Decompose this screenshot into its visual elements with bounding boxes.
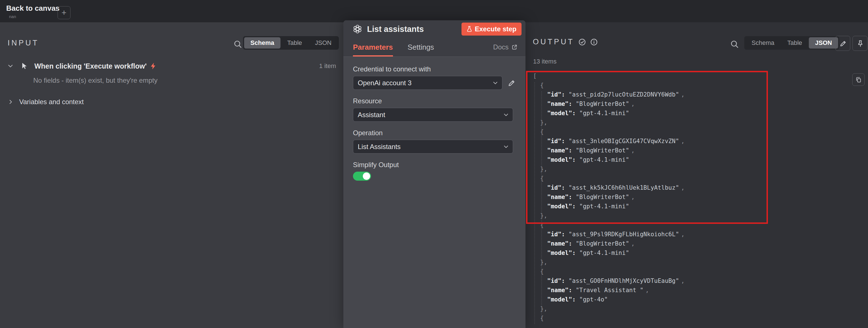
simplify-output-toggle[interactable] <box>353 172 371 181</box>
search-icon[interactable] <box>730 40 739 48</box>
back-to-canvas-button[interactable]: Back to canvas <box>6 4 60 13</box>
flask-icon <box>467 26 472 32</box>
credential-select[interactable]: OpenAi account 3 <box>353 76 502 90</box>
input-tab-json[interactable]: JSON <box>309 37 338 49</box>
json-line: { <box>533 81 865 90</box>
json-line: }, <box>533 165 865 174</box>
simplify-output-label: Simplify Output <box>353 161 515 169</box>
input-empty-note: No fields - item(s) exist, but they're e… <box>33 77 158 84</box>
json-line: "id": "asst_kk5kJC6h6hlUek1BLyAtlbuz", <box>533 183 865 192</box>
search-icon[interactable] <box>234 40 242 48</box>
json-line: "model": "gpt-4.1-mini" <box>533 248 865 258</box>
input-view-tabs: Schema Table JSON <box>243 36 339 50</box>
pencil-icon <box>839 40 846 47</box>
toggle-knob <box>363 172 370 180</box>
json-line: "model": "gpt-4o" <box>533 295 865 304</box>
json-line: "name": "BlogWriterBot", <box>533 192 865 202</box>
lightning-icon <box>150 62 156 70</box>
node-modal-header: List assistants Execute step <box>343 20 525 38</box>
resource-field-group: Resource Assistant <box>353 97 515 122</box>
tab-parameters[interactable]: Parameters <box>353 38 393 56</box>
json-line: }, <box>533 304 865 313</box>
input-items-count: 1 item <box>319 62 336 70</box>
execute-step-button[interactable]: Execute step <box>462 23 522 35</box>
chevron-down-icon[interactable] <box>7 62 14 70</box>
credential-value: OpenAi account 3 <box>358 79 411 87</box>
openai-icon <box>352 24 363 34</box>
n8n-node-detail-view: Back to canvas nan + INPUT Schema Table … <box>0 0 868 328</box>
json-line: "id": "asst_GO0FnHNDlhMjXcyVDTuEauBg", <box>533 276 865 286</box>
trigger-node-row[interactable]: When clicking 'Execute workflow' 1 item <box>0 60 343 72</box>
input-tab-schema[interactable]: Schema <box>244 37 280 49</box>
edit-credential-pencil-icon[interactable] <box>507 79 515 87</box>
copy-output-button[interactable] <box>852 73 865 86</box>
chevron-down-icon <box>492 80 499 86</box>
credential-label: Credential to connect with <box>353 65 515 73</box>
output-panel-title: OUTPUT <box>533 37 574 46</box>
node-parameters-body: Credential to connect with OpenAi accoun… <box>343 57 525 181</box>
output-tab-json[interactable]: JSON <box>809 37 838 49</box>
json-line: { <box>533 127 865 137</box>
json-line: }, <box>533 211 865 220</box>
json-line: "id": "asst_9Psl9RDKgFLbHigNkoiohc6L", <box>533 230 865 239</box>
json-line: { <box>533 313 865 323</box>
variables-and-context-row[interactable]: Variables and context <box>7 98 84 106</box>
simplify-output-field-group: Simplify Output <box>353 161 515 181</box>
docs-label: Docs <box>493 43 508 51</box>
json-line: }, <box>533 258 865 267</box>
pin-icon <box>857 40 864 47</box>
json-line: "model": "gpt-4.1-mini" <box>533 155 865 165</box>
json-line: { <box>533 267 865 276</box>
output-tab-table[interactable]: Table <box>781 37 808 49</box>
json-viewer[interactable]: [{"id": "asst_pid2p7lucOtuEZD2DNVY6Wdb",… <box>533 72 865 328</box>
docs-link[interactable]: Docs <box>493 38 518 56</box>
json-line: "name": "Travel Assistant ", <box>533 286 865 295</box>
info-circle-icon[interactable] <box>590 38 598 46</box>
output-tab-schema[interactable]: Schema <box>745 37 781 49</box>
copy-icon <box>855 76 862 83</box>
output-panel: OUTPUT Schema Table JSON 13 it <box>525 22 868 328</box>
json-line: "id": "asst_3nleOBIgCGXIG47CVqwXzvZN", <box>533 137 865 146</box>
chevron-down-icon <box>503 111 509 118</box>
json-line: "name": "BlogWriterBot", <box>533 99 865 109</box>
node-modal-tabs: Parameters Settings Docs <box>343 38 525 57</box>
output-view-tabs: Schema Table JSON <box>744 36 839 50</box>
json-line: "name": "BlogWriterBot", <box>533 146 865 155</box>
json-line: "id": "asst_pid2p7lucOtuEZD2DNVY6Wdb", <box>533 90 865 99</box>
operation-field-group: Operation List Assistants <box>353 129 515 154</box>
check-circle-icon[interactable] <box>578 38 586 46</box>
resource-label: Resource <box>353 97 515 105</box>
output-items-count: 13 items <box>533 58 557 65</box>
external-link-icon <box>512 44 518 50</box>
cursor-icon <box>20 62 28 70</box>
indent-guide <box>534 82 535 324</box>
add-node-button[interactable]: + <box>58 6 70 19</box>
input-tab-table[interactable]: Table <box>281 37 308 49</box>
nan-label: nan <box>9 14 16 19</box>
json-line: { <box>533 220 865 230</box>
node-settings-modal: List assistants Execute step Parameters … <box>343 20 525 328</box>
chevron-down-icon <box>503 143 509 150</box>
json-line: { <box>533 174 865 183</box>
node-title: List assistants <box>367 25 424 34</box>
json-line: "model": "gpt-4.1-mini" <box>533 202 865 211</box>
input-panel: INPUT Schema Table JSON When clicking 'E… <box>0 22 343 328</box>
chevron-right-icon <box>7 99 14 105</box>
edit-output-button[interactable] <box>835 36 850 51</box>
json-line: [ <box>533 72 865 81</box>
execute-step-label: Execute step <box>475 25 517 33</box>
operation-value: List Assistants <box>358 143 401 151</box>
tab-settings[interactable]: Settings <box>408 38 434 56</box>
json-viewer-lines: [{"id": "asst_pid2p7lucOtuEZD2DNVY6Wdb",… <box>533 72 865 323</box>
operation-select[interactable]: List Assistants <box>353 140 513 154</box>
variables-label: Variables and context <box>19 98 84 106</box>
json-line: "name": "BlogWriterBot", <box>533 239 865 248</box>
indent-guide <box>541 91 542 315</box>
pin-data-button[interactable] <box>852 36 867 51</box>
resource-select[interactable]: Assistant <box>353 108 513 122</box>
plus-icon: + <box>61 8 66 18</box>
operation-label: Operation <box>353 129 515 137</box>
credential-field-group: Credential to connect with OpenAi accoun… <box>353 65 515 90</box>
input-panel-title: INPUT <box>8 39 39 48</box>
top-bar: Back to canvas nan + <box>0 0 868 22</box>
